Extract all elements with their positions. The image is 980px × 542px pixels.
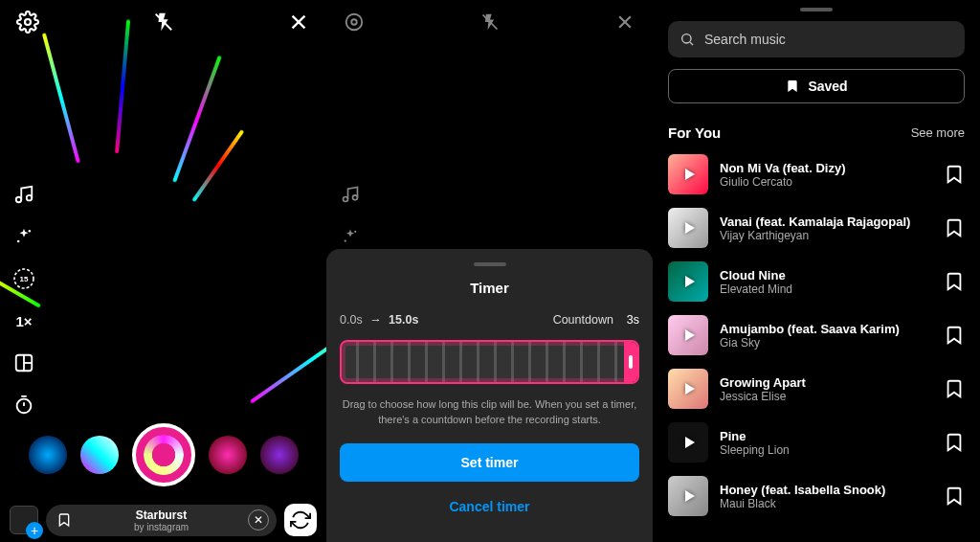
effect-thumb-active[interactable] [132, 423, 195, 486]
effect-info-pill[interactable]: Starburst by instagram ✕ [46, 505, 277, 536]
music-icon[interactable] [338, 182, 363, 207]
svg-point-5 [27, 195, 33, 201]
play-icon [685, 437, 695, 448]
track-row[interactable]: PineSleeping Lion [668, 422, 965, 463]
track-artist: Jessica Elise [720, 390, 932, 403]
sheet-grabber[interactable] [800, 8, 833, 11]
timer-slider-handle[interactable] [624, 342, 637, 382]
track-artist: Sleeping Lion [720, 443, 932, 457]
svg-text:15: 15 [20, 275, 29, 283]
cancel-timer-button[interactable]: Cancel timer [340, 491, 639, 522]
timer-icon[interactable] [11, 393, 36, 418]
effect-thumb[interactable] [80, 436, 119, 474]
effect-author: by instagram [84, 522, 238, 532]
flash-off-icon[interactable] [151, 10, 176, 34]
bookmark-icon[interactable] [944, 378, 965, 399]
track-artist: Maui Black [720, 497, 932, 510]
camera-panel-effect: 15 1× + Starburst by instagram ✕ [0, 0, 326, 542]
svg-point-0 [25, 19, 31, 25]
bookmark-icon[interactable] [54, 509, 75, 531]
see-more-link[interactable]: See more [911, 125, 965, 140]
track-title: Vanai (feat. Kamalaja Rajagopal) [720, 215, 932, 229]
flash-off-icon[interactable] [478, 10, 502, 34]
track-artist: Elevated Mind [720, 282, 932, 296]
svg-point-4 [16, 197, 22, 203]
play-icon [685, 329, 695, 341]
duration-15-icon[interactable]: 15 [11, 266, 36, 291]
sheet-grabber[interactable] [474, 262, 506, 266]
layout-icon[interactable] [11, 350, 36, 375]
track-row[interactable]: Honey (feat. Isabella Snook)Maui Black [668, 476, 965, 516]
bookmark-icon [785, 79, 800, 94]
track-cover[interactable] [668, 261, 708, 302]
saved-button[interactable]: Saved [668, 69, 965, 103]
section-title: For You [668, 124, 721, 141]
track-artist: Giulio Cercato [720, 175, 932, 189]
bookmark-icon[interactable] [944, 486, 965, 507]
svg-point-7 [17, 240, 20, 243]
speed-1x-icon[interactable]: 1× [11, 308, 36, 333]
effect-thumb[interactable] [260, 436, 299, 474]
timer-range: 0.0s → 15.0s [340, 313, 418, 327]
track-row[interactable]: Non Mi Va (feat. Dizy)Giulio Cercato [668, 154, 965, 194]
timer-sheet: Timer 0.0s → 15.0s Countdown 3s Drag to … [326, 249, 653, 542]
bookmark-icon[interactable] [944, 271, 965, 292]
search-icon [679, 32, 695, 47]
track-row[interactable]: Amujambo (feat. Saava Karim)Gia Sky [668, 315, 965, 355]
track-row[interactable]: Vanai (feat. Kamalaja Rajagopal)Vijay Ka… [668, 208, 965, 248]
svg-point-24 [345, 239, 346, 241]
effect-thumb[interactable] [29, 436, 67, 474]
track-artist: Vijay Karthigeyan [720, 229, 932, 242]
settings-icon[interactable] [15, 10, 40, 34]
svg-point-22 [353, 195, 358, 200]
gallery-thumb[interactable]: + [10, 506, 38, 534]
track-cover[interactable] [668, 154, 708, 194]
track-row[interactable]: Cloud NineElevated Mind [668, 261, 965, 302]
add-icon: + [26, 522, 43, 539]
timer-slider[interactable] [340, 340, 639, 384]
play-icon [685, 383, 695, 395]
track-title: Honey (feat. Isabella Snook) [720, 483, 932, 497]
play-icon [685, 222, 695, 234]
bookmark-icon[interactable] [944, 432, 965, 453]
close-icon[interactable] [286, 10, 311, 34]
track-cover[interactable] [668, 476, 708, 516]
set-timer-button[interactable]: Set timer [340, 443, 639, 482]
sparkle-effects-icon[interactable] [338, 224, 363, 249]
track-cover[interactable] [668, 315, 708, 355]
camera-panel-timer: Timer 0.0s → 15.0s Countdown 3s Drag to … [326, 0, 653, 542]
sparkle-effects-icon[interactable] [11, 224, 36, 249]
effect-thumb[interactable] [209, 436, 247, 474]
settings-icon[interactable] [342, 10, 367, 34]
svg-point-13 [17, 399, 32, 414]
track-cover[interactable] [668, 422, 708, 463]
track-cover[interactable] [668, 208, 708, 248]
track-cover[interactable] [668, 369, 708, 409]
clear-effect-icon[interactable]: ✕ [248, 509, 269, 531]
svg-point-16 [351, 19, 357, 25]
play-icon [685, 276, 695, 287]
effect-name: Starburst [84, 508, 238, 522]
track-list: Non Mi Va (feat. Dizy)Giulio CercatoVana… [668, 154, 965, 516]
track-row[interactable]: Growing ApartJessica Elise [668, 369, 965, 409]
track-artist: Gia Sky [720, 336, 932, 350]
svg-point-17 [346, 14, 363, 31]
timer-title: Timer [340, 280, 639, 296]
track-title: Non Mi Va (feat. Dizy) [720, 161, 932, 175]
bookmark-icon[interactable] [944, 164, 965, 185]
bookmark-icon[interactable] [944, 217, 965, 238]
play-icon [685, 169, 695, 180]
track-title: Amujambo (feat. Saava Karim) [720, 322, 932, 336]
bookmark-icon[interactable] [944, 325, 965, 346]
countdown-setting[interactable]: Countdown 3s [553, 313, 639, 327]
svg-point-21 [344, 197, 348, 202]
effects-carousel[interactable] [0, 423, 326, 486]
music-icon[interactable] [11, 182, 36, 207]
play-icon [685, 490, 695, 502]
close-icon[interactable] [612, 10, 637, 34]
camera-switch-icon[interactable] [284, 504, 317, 536]
svg-point-25 [682, 34, 691, 43]
search-input[interactable]: Search music [668, 21, 965, 57]
track-title: Pine [720, 429, 932, 443]
svg-point-6 [29, 230, 32, 233]
